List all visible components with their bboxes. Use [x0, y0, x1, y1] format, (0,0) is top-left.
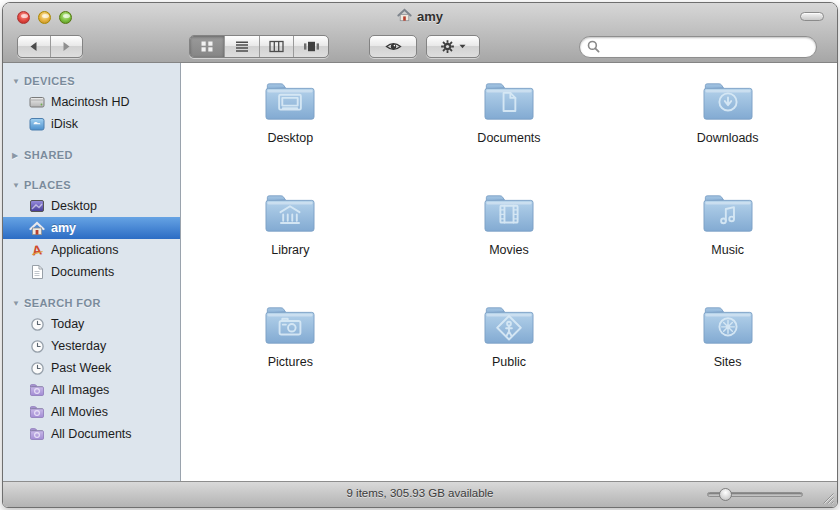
- folder-item-pictures[interactable]: Pictures: [220, 301, 360, 413]
- columns-icon: [269, 40, 284, 53]
- smart-folder-icon: [29, 426, 45, 442]
- toolbar-toggle-pill[interactable]: [800, 12, 824, 21]
- icon-size-slider[interactable]: [707, 492, 803, 497]
- home-icon: [29, 220, 45, 236]
- icon-view-button[interactable]: [190, 36, 224, 57]
- back-button[interactable]: [18, 36, 50, 57]
- folder-label: Public: [492, 355, 526, 369]
- smart-folder-icon: [29, 382, 45, 398]
- library-folder-icon: [261, 189, 319, 238]
- sidebar-item-label: Today: [51, 317, 84, 331]
- clock-icon: [29, 360, 45, 376]
- search-magnifier-icon: [587, 40, 600, 53]
- toolbar: [3, 30, 837, 63]
- chevron-down-icon: [459, 44, 466, 49]
- folder-label: Desktop: [267, 131, 313, 145]
- documents-folder-icon: [480, 77, 538, 126]
- window-title: amy: [3, 8, 837, 25]
- sidebar-item-past-week[interactable]: Past Week: [3, 357, 180, 379]
- folder-item-downloads[interactable]: Downloads: [658, 77, 798, 189]
- action-menu-button[interactable]: [426, 35, 480, 58]
- folder-item-music[interactable]: Music: [658, 189, 798, 301]
- folder-item-documents[interactable]: Documents: [439, 77, 579, 189]
- sidebar-item-label: amy: [51, 221, 76, 235]
- folder-label: Sites: [714, 355, 742, 369]
- sidebar-item-documents[interactable]: Documents: [3, 261, 180, 283]
- sidebar-item-all-movies[interactable]: All Movies: [3, 401, 180, 423]
- list-lines-icon: [235, 40, 249, 53]
- folder-label: Documents: [477, 131, 540, 145]
- sidebar-item-macintosh-hd[interactable]: Macintosh HD: [3, 91, 180, 113]
- sidebar-header-search-for[interactable]: ▼ SEARCH FOR: [3, 293, 180, 313]
- disclosure-triangle-icon: ▼: [12, 181, 20, 190]
- sidebar-item-label: iDisk: [51, 117, 78, 131]
- disclosure-triangle-icon: ▼: [12, 299, 20, 308]
- sidebar-header-shared[interactable]: ▶ SHARED: [3, 145, 180, 165]
- folder-label: Pictures: [268, 355, 313, 369]
- svg-text:A: A: [31, 242, 43, 258]
- sidebar-item-all-documents[interactable]: All Documents: [3, 423, 180, 445]
- titlebar[interactable]: amy: [3, 3, 837, 30]
- clock-icon: [29, 316, 45, 332]
- sites-folder-icon: [699, 301, 757, 350]
- music-folder-icon: [699, 189, 757, 238]
- folder-label: Downloads: [697, 131, 759, 145]
- sidebar-item-label: Documents: [51, 265, 114, 279]
- pictures-folder-icon: [261, 301, 319, 350]
- sidebar-item-all-images[interactable]: All Images: [3, 379, 180, 401]
- disclosure-triangle-icon: ▶: [12, 151, 20, 160]
- sidebar-header-devices[interactable]: ▼ DEVICES: [3, 71, 180, 91]
- sidebar-item-label: All Documents: [51, 427, 132, 441]
- desktop-folder-icon: [261, 77, 319, 126]
- sidebar-item-label: Macintosh HD: [51, 95, 130, 109]
- clock-icon: [29, 338, 45, 354]
- sidebar-item-applications[interactable]: A Applications: [3, 239, 180, 261]
- section-title: SHARED: [24, 149, 73, 161]
- folder-label: Movies: [489, 243, 529, 257]
- desktop-picture-icon: [29, 198, 45, 214]
- sidebar-item-label: Applications: [51, 243, 118, 257]
- folder-item-library[interactable]: Library: [220, 189, 360, 301]
- sidebar-item-desktop[interactable]: Desktop: [3, 195, 180, 217]
- folder-label: Library: [271, 243, 309, 257]
- sidebar-item-idisk[interactable]: iDisk: [3, 113, 180, 135]
- folder-item-movies[interactable]: Movies: [439, 189, 579, 301]
- search-field-wrap: [579, 36, 817, 58]
- folder-item-sites[interactable]: Sites: [658, 301, 798, 413]
- slider-knob[interactable]: [719, 488, 732, 501]
- resize-grip-icon[interactable]: [821, 491, 834, 504]
- nav-buttons: [17, 35, 83, 58]
- forward-arrow-icon: [61, 41, 72, 52]
- folder-item-desktop[interactable]: Desktop: [220, 77, 360, 189]
- folder-label: Music: [711, 243, 744, 257]
- sidebar-item-today[interactable]: Today: [3, 313, 180, 335]
- forward-button[interactable]: [50, 36, 83, 57]
- coverflow-icon: [303, 40, 320, 53]
- compass-asterisk-emblem-icon: [719, 318, 736, 335]
- gear-icon: [440, 39, 455, 54]
- list-view-button[interactable]: [224, 36, 259, 57]
- column-view-button[interactable]: [259, 36, 294, 57]
- back-arrow-icon: [28, 41, 39, 52]
- section-title: SEARCH FOR: [24, 297, 101, 309]
- status-bar: 9 items, 305.93 GB available: [3, 481, 837, 507]
- window-header: amy: [3, 3, 837, 63]
- home-icon: [397, 8, 412, 25]
- coverflow-view-button[interactable]: [293, 36, 328, 57]
- section-title: PLACES: [24, 179, 71, 191]
- folder-item-public[interactable]: Public: [439, 301, 579, 413]
- quick-look-button[interactable]: [369, 35, 417, 58]
- section-title: DEVICES: [24, 75, 75, 87]
- disclosure-triangle-icon: ▼: [12, 77, 20, 86]
- eye-icon: [385, 40, 402, 53]
- sidebar-header-places[interactable]: ▼ PLACES: [3, 175, 180, 195]
- applications-icon: A: [29, 242, 45, 258]
- search-input[interactable]: [579, 36, 817, 58]
- sidebar-item-yesterday[interactable]: Yesterday: [3, 335, 180, 357]
- folder-view: Desktop Documents: [181, 63, 837, 481]
- view-mode-control: [189, 35, 329, 58]
- sidebar-item-amy[interactable]: amy: [3, 217, 180, 239]
- sidebar-item-label: Yesterday: [51, 339, 106, 353]
- sidebar-item-label: All Movies: [51, 405, 108, 419]
- sidebar: ▼ DEVICES Macintosh HD: [3, 63, 181, 481]
